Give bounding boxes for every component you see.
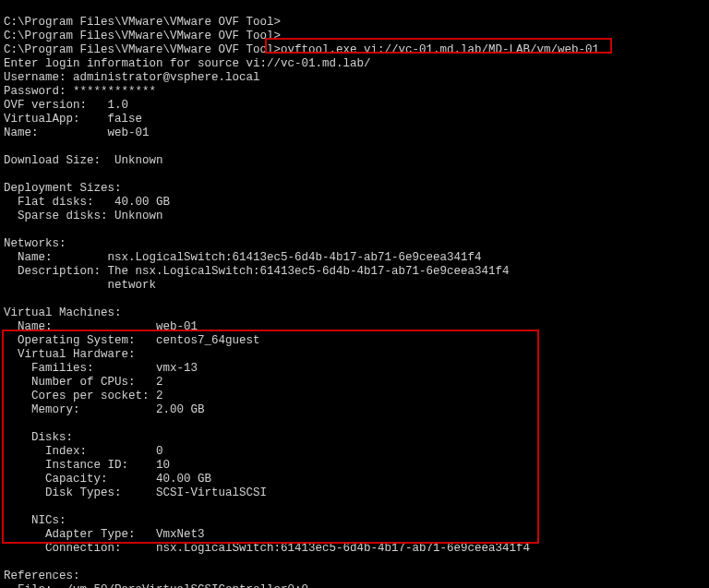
output-line: Download Size: Unknown <box>4 154 163 167</box>
command-text: ovftool.exe vi://vc-01.md.lab/MD-LAB/vm/… <box>281 43 599 56</box>
output-line: Disk Types: SCSI-VirtualSCSI <box>4 486 267 499</box>
output-line: File: /vm-50/ParaVirtualSCSIController0:… <box>4 583 308 588</box>
output-line: network <box>4 279 156 292</box>
output-line: Disks: <box>4 431 73 444</box>
output-line: Name: web-01 <box>4 320 198 333</box>
terminal-output[interactable]: C:\Program Files\VMware\VMware OVF Tool>… <box>0 0 709 588</box>
prompt-line: C:\Program Files\VMware\VMware OVF Tool> <box>4 43 281 56</box>
output-line: OVF version: 1.0 <box>4 99 128 112</box>
output-line: Connection: nsx.LogicalSwitch:61413ec5-6… <box>4 542 530 555</box>
output-line: Username: administrator@vsphere.local <box>4 71 260 84</box>
output-line: Capacity: 40.00 GB <box>4 473 211 486</box>
output-line: Memory: 2.00 GB <box>4 403 205 416</box>
output-line: Password: ************ <box>4 85 156 98</box>
output-line: Number of CPUs: 2 <box>4 376 163 389</box>
output-line: Deployment Sizes: <box>4 182 122 195</box>
output-line: VirtualApp: false <box>4 113 142 126</box>
output-line: Adapter Type: VmxNet3 <box>4 528 205 541</box>
output-line: Instance ID: 10 <box>4 459 170 472</box>
output-line: Operating System: centos7_64guest <box>4 334 260 347</box>
output-line: Name: nsx.LogicalSwitch:61413ec5-6d4b-4b… <box>4 251 482 264</box>
output-line: Virtual Hardware: <box>4 348 136 361</box>
output-line: Families: vmx-13 <box>4 362 198 375</box>
output-line: NICs: <box>4 514 66 527</box>
output-line: Cores per socket: 2 <box>4 390 163 402</box>
prompt-line: C:\Program Files\VMware\VMware OVF Tool> <box>4 30 281 42</box>
prompt-line: C:\Program Files\VMware\VMware OVF Tool> <box>4 16 281 29</box>
output-line: Flat disks: 40.00 GB <box>4 196 170 209</box>
output-line: Name: web-01 <box>4 126 150 139</box>
output-line: Networks: <box>4 237 66 250</box>
output-line: Description: The nsx.LogicalSwitch:61413… <box>4 265 510 278</box>
output-line: Virtual Machines: <box>4 306 122 319</box>
output-line: Index: 0 <box>4 445 163 458</box>
output-line: Enter login information for source vi://… <box>4 57 371 70</box>
output-line: References: <box>4 570 80 582</box>
output-line: Sparse disks: Unknown <box>4 210 163 222</box>
